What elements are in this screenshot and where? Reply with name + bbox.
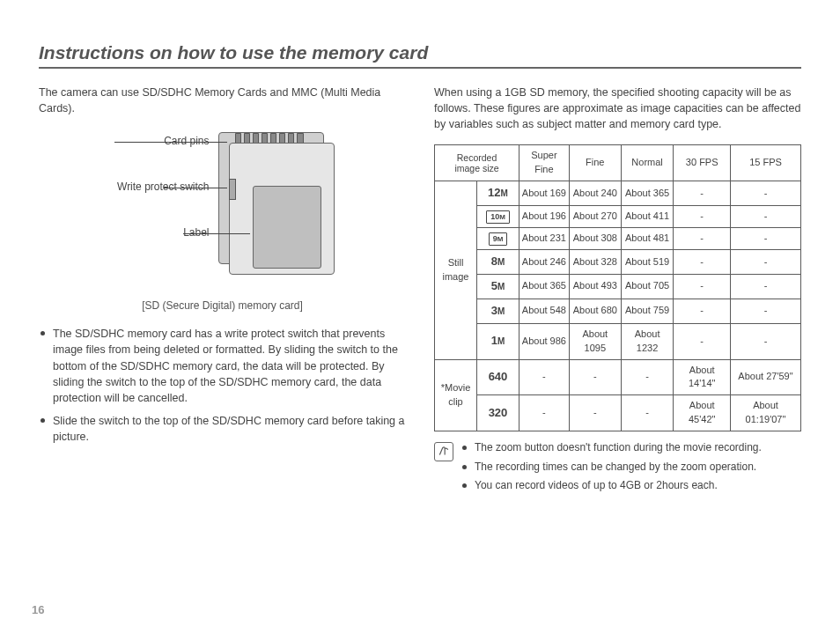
table-group-label: *Movieclip [435,359,477,431]
right-intro: When using a 1GB SD memory, the specifie… [434,85,801,132]
table-cell: - [674,206,731,228]
table-cell: - [674,299,731,323]
table-cell: - [569,395,621,431]
page-title: Instructions on how to use the memory ca… [39,42,801,69]
sd-label-area-icon [253,186,321,269]
note-icon [434,442,453,461]
table-row: 9MAbout 231About 308About 481-- [435,228,801,250]
table-cell: About 548 [519,299,570,323]
left-bullet: The SD/SDHC memory card has a write prot… [41,326,406,406]
table-cell: - [621,359,674,395]
table-cell: About 246 [519,250,570,275]
table-cell: About 759 [621,299,674,323]
capacity-table: Recordedimage sizeSuper FineFineNormal30… [434,144,801,431]
table-size-cell: 1M [477,323,519,359]
table-cell: About 411 [621,206,674,228]
table-row: 3MAbout 548About 680About 759-- [435,299,801,323]
table-header: Recordedimage size [435,145,519,181]
left-bullet: Slide the switch to the top of the SD/SD… [41,413,406,445]
left-column: The camera can use SD/SDHC Memory Cards … [39,85,406,497]
table-cell: About 1232 [621,323,674,359]
table-cell: - [731,299,801,323]
sd-card-diagram: Card pins Write protect switch Label [SD… [60,129,386,313]
table-size-cell: 12M [477,181,519,206]
table-cell: - [569,359,621,395]
table-cell: About 481 [621,228,674,250]
table-cell: About 680 [569,299,621,323]
table-cell: - [674,181,731,206]
page-number: 16 [32,603,44,616]
left-bullets: The SD/SDHC memory card has a write prot… [39,326,406,445]
table-cell: - [674,250,731,275]
table-cell: About 196 [519,206,570,228]
table-cell: - [519,395,570,431]
table-cell: About 45'42" [674,395,731,431]
table-header: Super Fine [519,145,570,181]
table-cell: - [731,206,801,228]
table-cell: - [519,359,570,395]
table-cell: About 519 [621,250,674,275]
table-size-cell: 5M [477,274,519,299]
table-cell: - [621,395,674,431]
table-cell: About 365 [621,181,674,206]
table-size-cell: 8M [477,250,519,275]
table-row: *Movieclip640---About 14'14"About 27'59" [435,359,801,395]
table-header: 15 FPS [731,145,801,181]
table-cell: About 240 [569,181,621,206]
note-item: The recording times can be changed by th… [462,460,762,475]
table-cell: About 705 [621,274,674,299]
table-cell: About 01:19'07" [731,395,801,431]
table-cell: About 27'59" [731,359,801,395]
table-row: 320---About 45'42"About 01:19'07" [435,395,801,431]
table-cell: About 231 [519,228,570,250]
table-header: 30 FPS [674,145,731,181]
table-cell: - [731,250,801,275]
table-cell: About 493 [569,274,621,299]
table-cell: About 14'14" [674,359,731,395]
table-cell: - [731,228,801,250]
table-cell: About 986 [519,323,570,359]
note-box: The zoom button doesn't function during … [434,440,801,497]
table-group-label: Stillimage [435,181,477,359]
table-size-cell: 320 [477,395,519,431]
write-protect-switch-icon [229,179,236,200]
table-cell: - [674,323,731,359]
callout-card-pins: Card pins [60,134,210,149]
table-header: Normal [621,145,674,181]
table-cell: About 169 [519,181,570,206]
table-size-cell: 3M [477,299,519,323]
table-row: 8MAbout 246About 328About 519-- [435,250,801,275]
table-row: 1MAbout 986About 1095About 1232-- [435,323,801,359]
table-cell: About 328 [569,250,621,275]
table-cell: - [674,228,731,250]
table-row: 10MAbout 196About 270About 411-- [435,206,801,228]
table-size-cell: 9M [477,228,519,250]
table-cell: - [731,181,801,206]
callout-write-protect: Write protect switch [60,180,210,195]
notes-list: The zoom button doesn't function during … [461,440,762,497]
table-row: Stillimage12MAbout 169About 240About 365… [435,181,801,206]
diagram-caption: [SD (Secure Digital) memory card] [60,299,386,313]
table-cell: - [731,323,801,359]
table-cell: About 270 [569,206,621,228]
table-header: Fine [569,145,621,181]
right-column: When using a 1GB SD memory, the specifie… [434,85,801,497]
table-cell: About 1095 [569,323,621,359]
callout-label: Label [60,225,210,240]
note-item: The zoom button doesn't function during … [462,440,762,455]
table-size-cell: 640 [477,359,519,395]
table-cell: About 365 [519,274,570,299]
table-cell: About 308 [569,228,621,250]
sd-card-icon [218,132,333,275]
table-row: 5MAbout 365About 493About 705-- [435,274,801,299]
table-size-cell: 10M [477,206,519,228]
note-item: You can record videos of up to 4GB or 2h… [462,478,762,493]
table-cell: - [731,274,801,299]
left-intro: The camera can use SD/SDHC Memory Cards … [39,85,406,116]
table-cell: - [674,274,731,299]
